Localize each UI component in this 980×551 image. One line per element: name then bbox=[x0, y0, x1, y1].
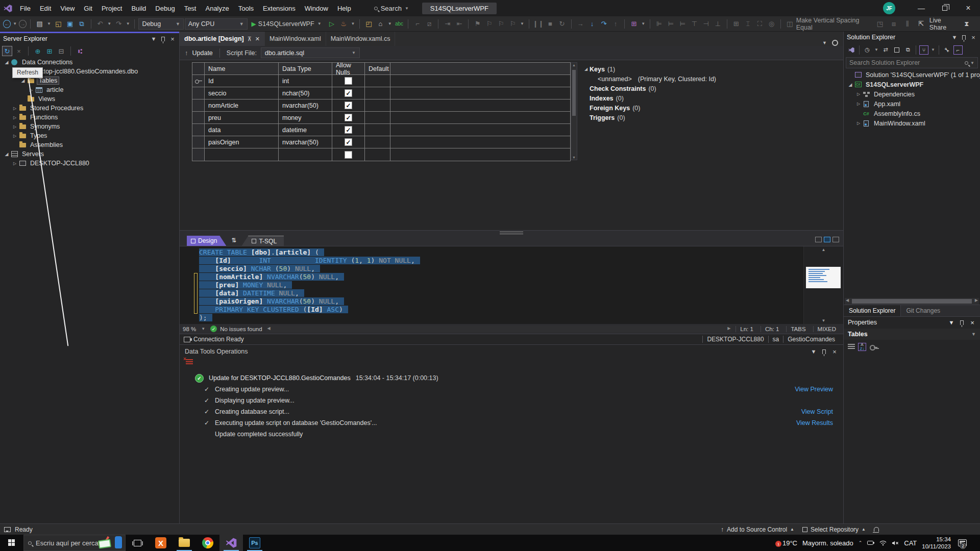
solution-horizontal-scrollbar[interactable]: ◀▶ bbox=[845, 298, 979, 305]
expander-expanded-icon[interactable]: ◢ bbox=[3, 152, 10, 157]
connection-server[interactable]: DESKTOP-JCCL880 bbox=[702, 336, 768, 343]
expander-expanded-icon[interactable]: ◢ bbox=[582, 67, 590, 71]
grid-vertical-scrollbar[interactable]: ▲ ▼ bbox=[571, 62, 577, 160]
dock-tab-solution-explorer[interactable]: Solution Explorer bbox=[844, 305, 901, 316]
expander-collapsed-icon[interactable]: ▷ bbox=[11, 124, 18, 129]
tabs-indicator[interactable]: TABS bbox=[786, 326, 810, 332]
menu-window[interactable]: Window bbox=[300, 0, 333, 16]
column-indicator[interactable]: Ch: 1 bbox=[761, 326, 783, 332]
solution-platform-select[interactable]: Any CPU▼ bbox=[185, 18, 248, 30]
menu-view[interactable]: View bbox=[56, 0, 79, 16]
save-icon[interactable]: ▣ bbox=[65, 18, 76, 30]
grid-header-data-type[interactable]: Data Type bbox=[279, 63, 332, 75]
pin-icon[interactable] bbox=[161, 37, 165, 41]
horizontal-spacing-icon[interactable]: ◫ bbox=[785, 18, 795, 30]
solution-search-input[interactable]: Search Solution Explorer ▼ bbox=[846, 57, 978, 68]
live-share-label[interactable]: Live Share bbox=[929, 17, 959, 31]
cell-allow-nulls[interactable] bbox=[332, 112, 365, 124]
expander-collapsed-icon[interactable]: ▷ bbox=[855, 102, 862, 106]
switch-views-icon[interactable] bbox=[847, 45, 856, 55]
expander-expanded-icon[interactable]: ◢ bbox=[3, 60, 10, 65]
tree-item-assemblies[interactable]: Assemblies bbox=[0, 140, 179, 149]
cell-data-type[interactable]: nvarchar(50) bbox=[279, 99, 332, 112]
tree-item-dependencies[interactable]: ▷Dependencies bbox=[844, 89, 980, 99]
align-lefts-icon[interactable]: ⊫ bbox=[654, 18, 665, 30]
cell-default[interactable] bbox=[365, 124, 390, 136]
context-section-foreign-keys[interactable]: Foreign Keys(0) bbox=[582, 103, 843, 113]
cell-data-type[interactable]: nvarchar(50) bbox=[279, 136, 332, 148]
undo-icon[interactable]: ↶ bbox=[95, 18, 106, 30]
cell-allow-nulls[interactable] bbox=[332, 124, 365, 136]
navigate-back-icon[interactable]: ← bbox=[3, 20, 11, 28]
menu-analyze[interactable]: Analyze bbox=[201, 0, 233, 16]
close-button[interactable]: × bbox=[957, 0, 980, 16]
cell-data-type[interactable] bbox=[279, 148, 332, 161]
close-panel-icon[interactable]: × bbox=[169, 35, 176, 43]
issues-label[interactable]: No issues found bbox=[220, 326, 262, 332]
menu-edit[interactable]: Edit bbox=[35, 0, 56, 16]
send-feedback-icon[interactable]: ◳ bbox=[875, 18, 886, 30]
align-middles-icon[interactable]: ⊣ bbox=[701, 18, 712, 30]
cell-data-type[interactable]: int bbox=[279, 75, 332, 87]
connect-to-database-icon[interactable]: ⊕ bbox=[33, 46, 43, 56]
size-to-grid-icon[interactable]: ⊞ bbox=[731, 18, 742, 30]
code-line-6[interactable]: [data] DATETIME NULL, bbox=[199, 289, 803, 297]
tab-tsql[interactable]: T-SQL bbox=[241, 236, 284, 246]
search-launcher[interactable]: Search ▼ bbox=[370, 5, 413, 12]
cell-default[interactable] bbox=[365, 148, 390, 161]
prev-bookmark-icon[interactable]: ⚐ bbox=[484, 18, 495, 30]
cell-name[interactable]: preu bbox=[205, 112, 279, 124]
pin-tab-icon[interactable]: ⊼ bbox=[248, 36, 252, 42]
document-tab-mainwindow-xaml[interactable]: MainWindow.xaml bbox=[265, 32, 326, 46]
pin-icon[interactable] bbox=[822, 349, 826, 354]
expander-collapsed-icon[interactable]: ▷ bbox=[28, 88, 35, 92]
close-panel-icon[interactable]: × bbox=[970, 34, 977, 41]
code-line-2[interactable]: [Id] INT IDENTITY (1, 1) NOT NULL, bbox=[199, 257, 803, 265]
indent-icon[interactable]: ⇥ bbox=[442, 18, 453, 30]
align-rights-icon[interactable]: ⊨ bbox=[677, 18, 688, 30]
align-bottoms-icon[interactable]: ⊥ bbox=[713, 18, 723, 30]
window-position-icon[interactable]: ▼ bbox=[948, 319, 955, 325]
close-panel-icon[interactable]: × bbox=[831, 348, 838, 356]
connection-database[interactable]: GestioComandes bbox=[783, 336, 839, 343]
task-view-button[interactable] bbox=[126, 535, 149, 551]
code-line-7[interactable]: [paisOrigen] NVARCHAR(50) NULL, bbox=[199, 297, 803, 306]
uncomment-icon[interactable]: ⧄ bbox=[424, 18, 434, 30]
taskbar-app-photoshop[interactable]: Ps bbox=[243, 535, 266, 551]
cell-allow-nulls[interactable] bbox=[332, 75, 365, 87]
select-repository-button[interactable]: Select Repository ▲ bbox=[802, 526, 866, 533]
show-next-statement-icon[interactable]: → bbox=[575, 18, 585, 30]
taskbar-search-input[interactable]: Escriu aquí per cercar bbox=[23, 535, 126, 551]
grid-row-new[interactable] bbox=[192, 148, 570, 161]
restart-icon[interactable]: ↻ bbox=[557, 18, 568, 30]
tree-item-solution-s14sqlserverwpf-1-of-[interactable]: Solution 'S14SQLserverWPF' (1 of 1 proje… bbox=[844, 70, 980, 80]
expander-collapsed-icon[interactable]: ▷ bbox=[11, 115, 18, 120]
properties-wrench-icon[interactable]: 🔧︎ bbox=[942, 45, 951, 55]
tree-item-mainwindow-xaml[interactable]: ▷MainWindow.xaml bbox=[844, 118, 980, 128]
bookmark-dropdown-icon[interactable]: ▼ bbox=[519, 18, 525, 30]
tab-design[interactable]: Design bbox=[187, 236, 226, 246]
zoom-level[interactable]: 98 % bbox=[183, 326, 196, 332]
tsql-code-editor[interactable]: CREATE TABLE [dbo].[article] ( [Id] INT … bbox=[180, 246, 843, 324]
hot-reload-dropdown-icon[interactable]: ▼ bbox=[350, 18, 356, 30]
encoding-indicator[interactable]: MIXED bbox=[813, 326, 840, 332]
expander-collapsed-icon[interactable]: ▷ bbox=[11, 161, 18, 166]
grid-row-nomArticle[interactable]: nomArticlenvarchar(50) bbox=[192, 99, 570, 112]
cell-name[interactable]: nomArticle bbox=[205, 99, 279, 112]
menu-test[interactable]: Test bbox=[180, 0, 201, 16]
start-debugging-button[interactable]: ▶ S14SQLserverWPF ▼ bbox=[249, 18, 326, 30]
menu-debug[interactable]: Debug bbox=[151, 0, 179, 16]
save-all-icon[interactable]: ⧉ bbox=[77, 18, 87, 30]
window-position-icon[interactable]: ▼ bbox=[150, 36, 157, 42]
scrollbar-thumb[interactable] bbox=[852, 299, 972, 304]
operation-title[interactable]: Update for DESKTOP-JCCL880.GestioComande… bbox=[209, 374, 351, 382]
restore-button[interactable] bbox=[933, 0, 957, 16]
breakpoints-dropdown-icon[interactable]: ▼ bbox=[640, 18, 646, 30]
navigate-forward-icon[interactable]: → bbox=[19, 20, 27, 28]
add-to-source-control-button[interactable]: ↑ Add to Source Control ▲ bbox=[721, 526, 794, 533]
close-tab-icon[interactable]: ✕ bbox=[255, 36, 260, 42]
window-position-icon[interactable]: ▼ bbox=[810, 348, 817, 355]
taskbar-app-xampp[interactable]: X bbox=[149, 535, 173, 551]
new-dropdown-icon[interactable]: ▼ bbox=[46, 18, 52, 30]
weather-description[interactable]: Mayorm. soleado bbox=[802, 539, 853, 547]
